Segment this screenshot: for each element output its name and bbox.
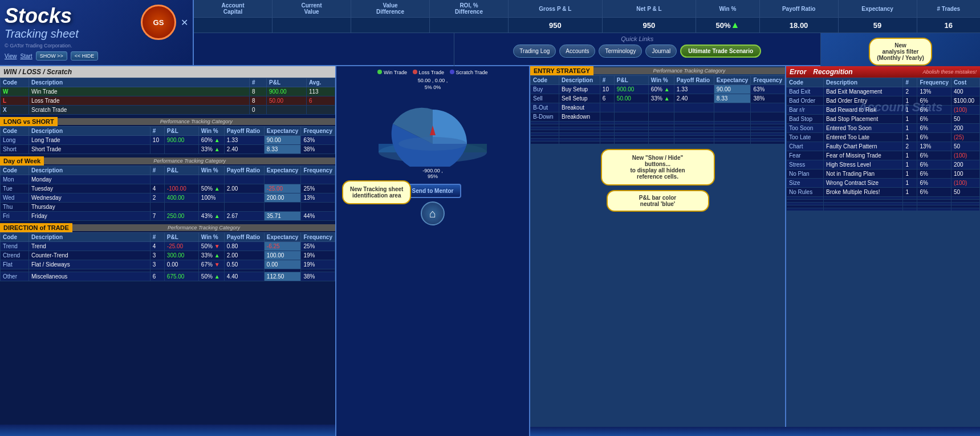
pie-chart — [370, 92, 495, 168]
app-subtitle: Tracking sheet — [5, 27, 79, 40]
table-row: No PlanNot in Trading Plan16%100 — [787, 169, 980, 179]
direction-of-trade-section: DIRECTION of TRADE Performance Tracking … — [0, 223, 335, 281]
table-row — [531, 142, 785, 144]
journal-btn[interactable]: Journal — [645, 45, 677, 58]
table-row: CtrendCounter-Trend3 300.0033% ▲ 2.00100… — [1, 251, 335, 260]
table-row: ThuThursday — [1, 203, 335, 212]
error-recognition-table: Code Description # Frequency Cost Bad Ex… — [786, 78, 980, 211]
table-row: BuyBuy Setup10 900.0060% ▲ 1.3390.0063% — [531, 85, 785, 94]
wl-num-col: # — [250, 78, 267, 87]
l-pl: 50.00 — [267, 96, 307, 106]
table-row: WedWednesday2 400.00100% 200.0013% — [1, 193, 335, 203]
x-pl — [267, 106, 307, 115]
w-avg: 113 — [307, 87, 335, 96]
win-loss-section: WIN / LOSS / Scratch Code Description # … — [0, 66, 335, 115]
table-row: TueTuesday4 -100.0050% ▲ 2.00-25.0025% — [1, 184, 335, 193]
table-row: StressHigh Stress Level16%200 — [787, 160, 980, 169]
recognition-label: Recognition — [810, 66, 919, 78]
wl-code-col: Code — [1, 78, 29, 87]
pie-pct-bottom: 95% — [428, 173, 438, 179]
account-capital-header: AccountCapital — [194, 0, 273, 17]
trading-log-btn[interactable]: Trading Log — [513, 45, 556, 58]
long-short-table: Code Description # P&L Win % Payoff Rati… — [0, 126, 335, 154]
win-pct-val: 50% ▲ — [696, 18, 759, 33]
view-btn[interactable]: View — [5, 53, 17, 59]
es-header: ENTRY STRATEGY — [530, 66, 593, 75]
close-icon[interactable]: ✕ — [181, 17, 188, 28]
w-pl: 900.00 — [267, 87, 307, 96]
table-row: ShortShort Trade 33% ▲2.40 8.3338% — [1, 145, 335, 154]
wl-desc-col: Description — [29, 78, 250, 87]
x-desc: Scratch Trade — [29, 106, 250, 115]
w-num: 8 — [250, 87, 267, 96]
net-pl-val: 950 — [603, 18, 697, 33]
svg-point-2 — [398, 137, 467, 151]
x-avg — [307, 106, 335, 115]
home-button[interactable]: ⌂ — [421, 201, 445, 225]
entry-strategy-table: Code Description # P&L Win % Payoff Rati… — [530, 75, 785, 144]
gross-pl-header: Gross P & L — [509, 0, 603, 17]
dow-perf-label: Performance Tracking Category — [44, 158, 335, 164]
l-avg: 6 — [307, 96, 335, 106]
wl-avg-col: Avg. — [307, 78, 335, 87]
table-row: FriFriday7 250.0043% ▲ 2.6735.7144% — [1, 212, 335, 221]
account-capital-val — [194, 18, 273, 33]
pie-pct-top: 5% 0% — [425, 84, 441, 90]
win-loss-header: WIN / LOSS / Scratch — [0, 66, 335, 78]
gross-pl-val: 950 — [509, 18, 603, 33]
trades-val: 16 — [917, 18, 980, 33]
l-desc: Loss Trade — [29, 96, 250, 106]
error-header-label: Error — [786, 66, 810, 78]
chart-panel: Win Trade Loss Trade Scratch Trade 50.00… — [336, 66, 530, 436]
table-row: B-OutBreakout — [531, 103, 785, 112]
value-diff-header: ValueDifference — [351, 0, 430, 17]
payoff-ratio-header: Payoff Ratio — [760, 0, 839, 17]
show-button[interactable]: SHOW >> — [36, 51, 67, 60]
roi-val — [430, 18, 509, 33]
table-row: No RulesBroke Multiple Rules!16%50 — [787, 188, 980, 197]
hide-button[interactable]: << HIDE — [71, 51, 99, 60]
table-row: W Win Trade 8 900.00 113 — [1, 87, 335, 96]
day-of-week-section: Day of Week Performance Tracking Categor… — [0, 156, 335, 221]
accounts-btn[interactable]: Accounts — [559, 45, 595, 58]
l-num: 8 — [250, 96, 267, 106]
expectancy-val: 59 — [839, 18, 917, 33]
roi-header: ROI, %Difference — [430, 0, 509, 17]
app-title: Stocks — [5, 5, 79, 27]
table-row: Bad StopBad Stop Placement16%50 — [787, 115, 980, 124]
ultimate-trade-btn[interactable]: Ultimate Trade Scenario — [680, 45, 761, 58]
table-row: SellSell Setup6 50.0033% ▲ 2.408.3338% — [531, 94, 785, 103]
start-btn[interactable]: Start — [21, 53, 32, 59]
table-row: TrendTrend4 -25.0050% ▼ 0.80-6.2525% — [1, 242, 335, 251]
current-value-header: CurrentValue — [273, 0, 351, 17]
scratch-legend-dot — [450, 70, 454, 74]
show-hide-bubble: New "Show / Hide"buttons...to display al… — [601, 149, 715, 185]
logo-area: Stocks Tracking sheet GS ✕ © GATor Tradi… — [0, 0, 194, 65]
right-section: ENTRY STRATEGY Performance Tracking Cate… — [530, 66, 980, 436]
table-row — [787, 208, 980, 211]
table-row: B-DownBreakdown — [531, 112, 785, 122]
net-pl-header: Net P & L — [603, 0, 697, 17]
es-perf-label: Performance Tracking Category — [593, 67, 785, 74]
entry-strategy-panel: ENTRY STRATEGY Performance Tracking Cate… — [530, 66, 786, 427]
w-code: W — [1, 87, 29, 96]
w-desc: Win Trade — [29, 87, 250, 96]
send-to-mentor-button[interactable]: Send to Mentor — [404, 184, 462, 198]
wl-pl-col: P&L — [267, 78, 307, 87]
expectancy-header: Expectancy — [839, 0, 917, 17]
win-legend-dot — [377, 70, 382, 74]
trades-header: # Trades — [917, 0, 980, 17]
table-row: L Loss Trade 8 50.00 6 — [1, 96, 335, 106]
long-short-perf-label: Performance Tracking Category — [58, 118, 335, 125]
loss-legend-dot — [413, 70, 417, 74]
table-row: SizeWrong Contract Size16%(100) — [787, 179, 980, 188]
current-value-val — [273, 18, 351, 33]
terminology-btn[interactable]: Terminology — [599, 45, 642, 58]
dot-perf-label: Performance Tracking Category — [72, 224, 335, 231]
long-short-header: LONG vs SHORT — [0, 117, 58, 126]
pie-values-top: 50.00 , 0.00 , — [418, 78, 448, 83]
error-recognition-panel: Error Recognition Abolish these mistakes… — [786, 66, 980, 427]
chart-legend: Win Trade Loss Trade Scratch Trade — [377, 70, 487, 75]
x-code: X — [1, 106, 29, 115]
long-short-section: LONG vs SHORT Performance Tracking Categ… — [0, 117, 335, 154]
